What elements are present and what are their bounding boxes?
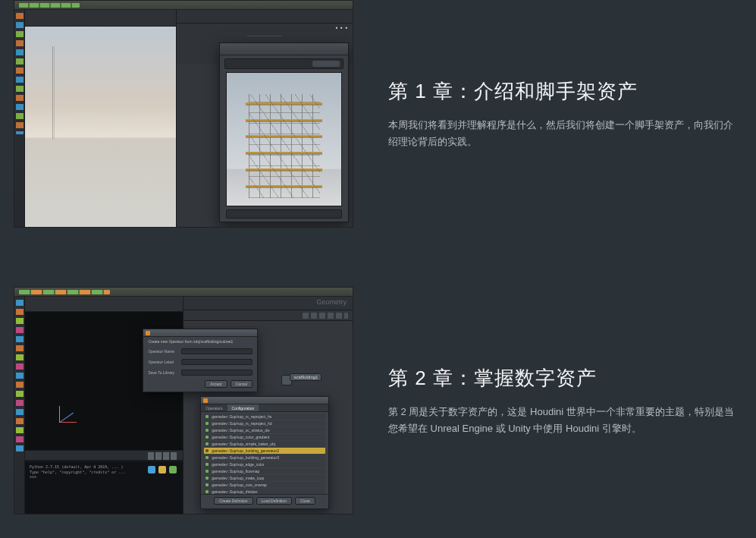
- network-header: [184, 297, 353, 310]
- network-toolbar: [184, 310, 353, 321]
- close-button[interactable]: Close: [295, 497, 315, 505]
- list-item[interactable]: gamedev::Sop/sop_simple_baker_obj: [204, 441, 325, 447]
- form-row: Operator Label: [143, 357, 257, 367]
- tab-configuration[interactable]: Configuration: [227, 404, 259, 411]
- chapter-2-thumbnail[interactable]: Python 2.7.15 (default, Apr 4 2019, ... …: [14, 287, 353, 514]
- render-view: [226, 72, 343, 206]
- asset-list: gamedev::Sop/sop_rc_reproject_hsgamedev:…: [201, 412, 328, 494]
- asset-manager-dialog: Operators Configuration gamedev::Sop/sop…: [200, 396, 328, 509]
- dialog-toolbar: [224, 58, 344, 69]
- left-toolbar: [14, 297, 25, 514]
- chapter-1-desc: 本周我们将看到并理解程序是什么，然后我们将创建一个脚手架资产，向我们介绍理论背后…: [388, 117, 742, 149]
- console-line: >>>: [30, 474, 36, 479]
- chapter-1-text: 第 1 章：介绍和脚手架资产 本周我们将看到并理解程序是什么，然后我们将创建一个…: [388, 78, 742, 149]
- network-pane: ● ● ●: [177, 10, 353, 227]
- list-item[interactable]: gamedev::Sop/sop_thicken: [204, 489, 325, 494]
- list-item[interactable]: gamedev::Sop/sop_rc_reproject_hs: [204, 414, 325, 420]
- dialog-footer: Create Definition Load Definition Close: [201, 494, 328, 508]
- axis-gizmo-icon: [60, 392, 90, 423]
- list-item[interactable]: gamedev::Sop/sop_building_generator3: [204, 455, 325, 461]
- chapter-2-row: Python 2.7.15 (default, Apr 4 2019, ... …: [14, 287, 742, 514]
- create-definition-button[interactable]: Create Definition: [214, 497, 253, 505]
- scene-header: [25, 297, 183, 312]
- dialog-titlebar: [201, 397, 328, 404]
- tab-operators[interactable]: Operators: [201, 404, 227, 411]
- viewport-sky-render: [25, 27, 176, 227]
- load-definition-button[interactable]: Load Definition: [256, 497, 292, 505]
- list-item[interactable]: gamedev::Sop/sop_building_generator2: [204, 448, 325, 454]
- scene-statusbar: [25, 450, 183, 461]
- dialog-statusbar: [226, 209, 343, 219]
- cancel-button[interactable]: Cancel: [231, 380, 253, 388]
- list-item[interactable]: gamedev::Sop/sop_uvw_unwrap: [204, 482, 325, 488]
- list-item[interactable]: gamedev::Sop/sop_color_gradient: [204, 434, 325, 440]
- python-console: Python 2.7.15 (default, Apr 4 2019, ... …: [25, 461, 183, 514]
- chapter-2-text: 第 2 章：掌握数字资产 第 2 周是关于数字资产的，这是 Houdini 世界…: [388, 365, 742, 436]
- chapter-2-title: 第 2 章：掌握数字资产: [388, 365, 742, 392]
- list-item[interactable]: gamedev::Sop/sop_edge_color: [204, 461, 325, 467]
- accept-button[interactable]: Accept: [205, 380, 227, 388]
- list-item[interactable]: gamedev::Sop/sop_sc_stratus_dw: [204, 427, 325, 433]
- console-line: Type "help", "copyright", "credits" or .…: [30, 470, 125, 474]
- dialog-buttons: Accept Cancel: [143, 378, 257, 392]
- list-item[interactable]: gamedev::Sop/sop_make_loop: [204, 475, 325, 481]
- dialog-tabs: Operators Configuration: [201, 404, 328, 412]
- chapter-1-title: 第 1 章：介绍和脚手架资产: [388, 78, 742, 105]
- render-dialog: [219, 42, 350, 222]
- chapter-2-desc: 第 2 周是关于数字资产的，这是 Houdini 世界中一个非常重要的主题，特别…: [388, 404, 742, 436]
- console-badges: [148, 466, 177, 474]
- dialog-caption: Create new Operator from /obj/scaffoldin…: [143, 337, 257, 346]
- chapter-1-row: ● ● ●: [14, 0, 742, 228]
- window-controls-icon: ● ● ●: [335, 25, 348, 30]
- network-header: [177, 10, 353, 24]
- viewport-pane: [14, 10, 177, 227]
- app-menubar: [14, 1, 353, 10]
- chapter-1-thumbnail[interactable]: ● ● ●: [14, 0, 353, 228]
- pane-split: ● ● ●: [14, 10, 353, 227]
- dialog-titlebar: [220, 43, 349, 55]
- list-item[interactable]: gamedev::Sop/sop_flowmap: [204, 468, 325, 474]
- scaffold-render: [249, 94, 320, 198]
- viewport-header: [25, 10, 176, 27]
- form-row: Save To Library: [143, 367, 257, 378]
- node-tooltip: scaffolding1: [290, 373, 322, 381]
- left-toolbar: [14, 10, 25, 227]
- list-item[interactable]: gamedev::Sop/sop_rc_reproject_hd: [204, 420, 325, 426]
- form-row: Operator Name: [143, 346, 257, 357]
- app-menubar: [14, 288, 353, 297]
- dialog-titlebar: [143, 329, 257, 337]
- console-line: Python 2.7.15 (default, Apr 4 2019, ... …: [30, 464, 123, 469]
- new-operator-dialog: Create new Operator from /obj/scaffoldin…: [143, 329, 258, 392]
